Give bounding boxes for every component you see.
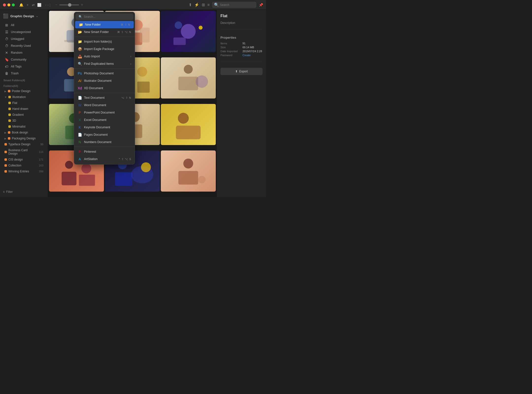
date-label: Date Imported	[220, 50, 241, 53]
menu-search-input[interactable]	[84, 15, 130, 18]
menu-item-auto-import[interactable]: 📥 Auto Import ›	[74, 53, 135, 60]
maximize-button[interactable]	[12, 3, 15, 6]
sidebar-item-untagged[interactable]: ⏱ Untagged	[1, 36, 47, 42]
svg-point-7	[181, 24, 196, 39]
numbers-icon: N	[78, 140, 82, 144]
grid-image-3[interactable]	[161, 11, 216, 52]
sidebar-item-uncategorized[interactable]: ☰ Uncategorized	[1, 29, 47, 35]
workspace-label[interactable]: ⬛ Graphic Design ⌄	[0, 12, 48, 20]
folder-label-winning: Winning Entries	[8, 170, 29, 173]
xd-icon: Xd	[78, 86, 82, 90]
svg-point-37	[141, 162, 151, 172]
svg-point-28	[178, 113, 189, 124]
folder-packaging[interactable]: ▶ Packaging Design	[1, 136, 47, 141]
grid-image-6[interactable]	[161, 57, 216, 98]
folder-business-card[interactable]: Business Card Design 116	[1, 148, 47, 156]
menu-search-icon: 🔍	[79, 15, 82, 18]
grid-image-12[interactable]	[161, 150, 216, 192]
nav-divider: |	[50, 3, 50, 7]
pin-icon[interactable]: 📌	[259, 3, 263, 7]
folder-book-design[interactable]: ▶ Book design	[1, 130, 47, 135]
folder-hand-drawn[interactable]: Hand drawn	[1, 106, 47, 112]
sidebar-item-all[interactable]: ⊞ All	[1, 22, 47, 28]
menu-item-excel[interactable]: X Excel Document	[74, 116, 135, 124]
upload-icon[interactable]: ⬆	[189, 2, 192, 7]
menu-item-import-folder[interactable]: 📁 Import from folder(s)	[74, 38, 135, 45]
menu-item-new-smart-folder-label: New Smart Folder	[84, 30, 109, 34]
untagged-icon: ⏱	[4, 37, 9, 41]
menu-item-new-smart-folder[interactable]: 📂 New Smart Folder ⌘ ⇧ ⌥ N	[74, 28, 135, 36]
folder-label-packaging: Packaging Design	[12, 137, 36, 140]
menu-item-find-duplicates[interactable]: 🔍 Find Duplicated Items ›	[74, 60, 135, 67]
menu-item-xd[interactable]: Xd XD Document	[74, 84, 135, 92]
folder-flat[interactable]: Flat	[1, 100, 47, 106]
back-icon[interactable]: ‹	[45, 3, 47, 7]
folder-label-illustration: Illustration	[12, 95, 26, 99]
notification-icon[interactable]: 🔔	[19, 3, 23, 7]
undo-icon[interactable]: ⇄	[32, 3, 35, 7]
filter-icon[interactable]: ≡	[207, 3, 210, 7]
folder-gradient[interactable]: Gradient	[1, 112, 47, 117]
titlebar: 🔔 ＋ ⇄ ⬜ ‹ › | － ＋ ⬆ ⚡ ⊞ ≡ 🔍 📌	[0, 0, 266, 10]
menu-item-find-dup-label: Find Duplicated Items	[84, 62, 114, 66]
search-bar[interactable]: 🔍	[212, 2, 256, 8]
folder-collection[interactable]: Collection 163	[1, 163, 47, 168]
folder-color-winning	[4, 170, 7, 173]
menu-item-pinterest-label: Pinterest	[84, 150, 96, 153]
menu-item-keynote[interactable]: K Keynote Document	[74, 124, 135, 131]
folder-minimalist[interactable]: Minimalist	[1, 124, 47, 129]
svg-point-32	[82, 164, 91, 174]
menu-item-pages[interactable]: 📄 Pages Document	[74, 131, 135, 138]
menu-item-pinterest[interactable]: P Pinterest	[74, 148, 135, 155]
folder-poster-design[interactable]: ▶ Poster Design	[1, 88, 47, 94]
sidebar-item-random[interactable]: ✕ Random	[1, 49, 47, 56]
sidebar-item-trash[interactable]: 🗑 Trash	[1, 70, 47, 77]
menu-item-text-label: Text Document	[84, 96, 104, 99]
folder-count-cis: 171	[39, 158, 43, 161]
svg-rect-29	[176, 126, 200, 139]
export-icon: ⬆	[235, 70, 238, 73]
zoom-slider[interactable]: － ＋	[54, 2, 84, 7]
forward-icon[interactable]: ›	[48, 3, 49, 7]
sidebar-toggle-icon[interactable]: ⬜	[37, 3, 41, 7]
menu-item-text[interactable]: 📄 Text Document ⌥ ⇧ N	[74, 94, 135, 101]
folder-cis[interactable]: CIS design 171	[1, 157, 47, 162]
menu-item-numbers[interactable]: N Numbers Document	[74, 138, 135, 146]
lightning-icon[interactable]: ⚡	[194, 2, 199, 7]
menu-item-new-folder[interactable]: 📁 New Folder ⌘ ⇧ N	[75, 21, 134, 28]
menu-search-container[interactable]: 🔍	[76, 14, 133, 20]
keynote-icon: K	[78, 125, 82, 130]
close-button[interactable]	[3, 3, 6, 6]
menu-item-powerpoint[interactable]: P PowerPoint Document	[74, 109, 135, 116]
menu-divider-1	[74, 37, 135, 37]
filter-bar[interactable]: ≡ Filter	[0, 189, 48, 195]
menu-item-artstation[interactable]: A ArtStation ^ ⇧ ⌥ S	[74, 155, 135, 163]
dropdown-menu[interactable]: 🔍 📁 New Folder ⌘ ⇧ N 📂 New Smart Folder …	[74, 12, 135, 164]
folder-typeface[interactable]: Typeface Design 99	[1, 142, 47, 147]
add-icon[interactable]: ＋	[26, 3, 29, 7]
sidebar-item-recently-used[interactable]: ⏱ Recently Used	[1, 43, 47, 49]
menu-item-illustrator[interactable]: Ai Illustrator Document	[74, 77, 135, 84]
folder-illustration[interactable]: ▼ Illustration	[1, 94, 47, 100]
menu-item-numbers-label: Numbers Document	[84, 140, 111, 144]
folder-count-winning: 398	[39, 170, 43, 173]
password-create-link[interactable]: Create	[243, 54, 263, 57]
menu-item-word[interactable]: W Word Document	[74, 101, 135, 109]
folder-winning[interactable]: Winning Entries 398	[1, 169, 47, 174]
grid-icon[interactable]: ⊞	[202, 2, 205, 7]
menu-item-new-folder-label: New Folder	[85, 23, 101, 26]
grid-image-9[interactable]	[161, 104, 216, 145]
menu-item-ppt-label: PowerPoint Document	[84, 111, 115, 114]
folder-count-typeface: 99	[40, 143, 43, 146]
pages-icon: 📄	[78, 132, 82, 137]
svg-point-30	[65, 161, 73, 169]
illustration-3	[164, 13, 213, 50]
sidebar-item-all-tags[interactable]: 🏷 All Tags	[1, 63, 47, 70]
export-button[interactable]: ⬆ Export	[220, 68, 263, 75]
sidebar-item-community[interactable]: 🔖 Community	[1, 56, 47, 63]
minimize-button[interactable]	[7, 3, 10, 6]
search-input[interactable]	[220, 3, 254, 7]
menu-item-import-eagle[interactable]: 📦 Import Eagle Package	[74, 45, 135, 53]
menu-item-photoshop[interactable]: Ps Photoshop Document	[74, 70, 135, 77]
folder-3d[interactable]: 3D	[1, 118, 47, 123]
